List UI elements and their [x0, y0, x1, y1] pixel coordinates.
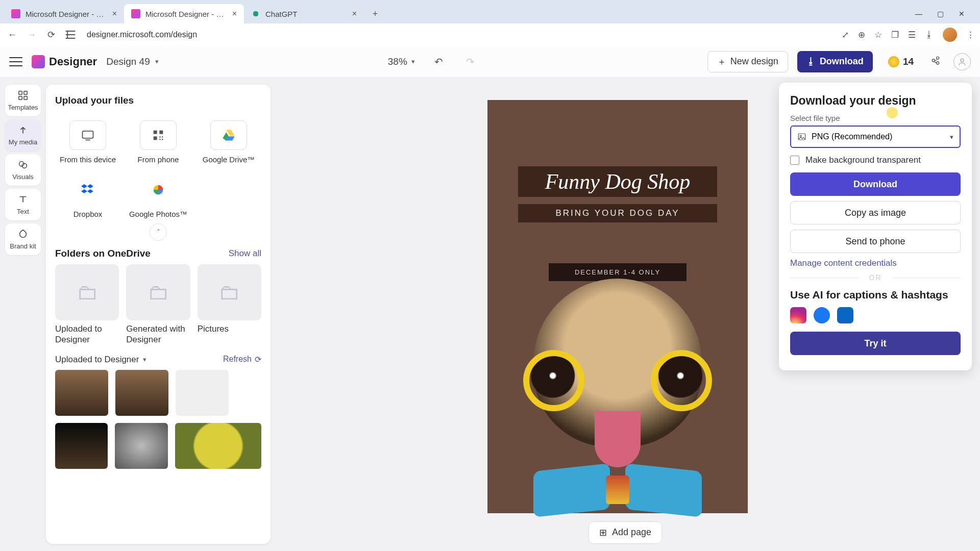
- install-app-icon[interactable]: ⤢: [842, 30, 849, 40]
- file-type-select[interactable]: PNG (Recommended) ▾: [790, 126, 961, 148]
- facebook-icon[interactable]: [814, 307, 830, 323]
- checkbox-icon: [790, 156, 799, 165]
- folders-heading: Folders on OneDrive: [55, 248, 151, 259]
- popover-download-button[interactable]: Download: [790, 172, 961, 196]
- new-tab-button[interactable]: +: [367, 6, 383, 22]
- left-rail: Templates My media Visuals Text Brand ki…: [0, 78, 46, 551]
- minimize-icon[interactable]: ―: [914, 10, 924, 18]
- canvas-title[interactable]: Funny Dog Shop: [518, 166, 717, 197]
- transparent-label: Make background transparent: [805, 155, 921, 165]
- hamburger-menu[interactable]: [9, 57, 22, 66]
- folder-tile[interactable]: 🗀 Generated with Designer: [126, 264, 190, 345]
- refresh-button[interactable]: Refresh ⟳: [223, 355, 261, 364]
- credits-value: 14: [903, 56, 914, 67]
- app-logo-text: Designer: [49, 55, 97, 68]
- browser-tab-active[interactable]: Microsoft Designer - Stunning ×: [124, 4, 244, 23]
- folder-tile[interactable]: 🗀 Pictures: [198, 264, 261, 345]
- chevron-down-icon[interactable]: ▾: [143, 356, 146, 363]
- folder-icon: 🗀: [126, 264, 190, 320]
- kebab-menu-icon[interactable]: ⋮: [966, 30, 975, 40]
- add-page-label: Add page: [612, 527, 651, 538]
- canvas-pug-image[interactable]: [508, 279, 727, 513]
- subfolder-name[interactable]: Uploaded to Designer: [55, 355, 139, 365]
- send-to-phone-button[interactable]: Send to phone: [790, 230, 961, 253]
- media-thumbnail[interactable]: [115, 370, 168, 416]
- close-window-icon[interactable]: ✕: [957, 10, 967, 18]
- upload-heading: Upload your files: [55, 95, 261, 106]
- upload-from-device[interactable]: From this device: [55, 114, 120, 164]
- upload-dropbox[interactable]: Dropbox: [55, 169, 120, 218]
- downloads-icon[interactable]: ⭳: [925, 30, 934, 40]
- linkedin-icon[interactable]: [837, 307, 853, 323]
- upload-source-label: Google Drive™: [203, 155, 255, 164]
- app-bar: Designer Design 49 ▾ 38% ▾ ↶ ↷ ＋ New des…: [0, 46, 980, 78]
- plus-icon: ＋: [717, 56, 726, 68]
- site-info-icon[interactable]: [63, 28, 78, 42]
- media-thumbnail[interactable]: [175, 423, 261, 469]
- window-controls: ― ▢ ✕: [914, 10, 976, 18]
- share-icon[interactable]: [927, 53, 944, 70]
- chevron-down-icon: ▾: [950, 133, 953, 141]
- close-icon[interactable]: ×: [352, 9, 357, 18]
- undo-icon[interactable]: ↶: [431, 54, 447, 69]
- designer-favicon: [11, 9, 20, 18]
- collapse-uploads-button[interactable]: ˄: [150, 223, 167, 241]
- download-button[interactable]: ⭳ Download: [797, 51, 873, 72]
- maximize-icon[interactable]: ▢: [935, 10, 945, 18]
- media-thumbnail[interactable]: [55, 370, 108, 416]
- rail-my-media[interactable]: My media: [5, 119, 41, 151]
- upload-from-phone[interactable]: From phone: [126, 114, 191, 164]
- copy-as-image-button[interactable]: Copy as image: [790, 201, 961, 224]
- new-design-label: New design: [730, 56, 778, 67]
- app-logo[interactable]: Designer: [32, 55, 97, 68]
- rail-label: Templates: [8, 104, 38, 111]
- media-thumbnail[interactable]: [115, 423, 167, 469]
- manage-credentials-link[interactable]: Manage content credentials: [790, 258, 961, 268]
- reading-list-icon[interactable]: ☰: [908, 30, 916, 40]
- bookmark-icon[interactable]: ☆: [874, 30, 882, 40]
- folder-label: Pictures: [198, 323, 261, 334]
- svg-point-0: [961, 59, 964, 62]
- upload-google-drive[interactable]: Google Drive™: [196, 114, 261, 164]
- design-name-dropdown[interactable]: Design 49 ▾: [106, 56, 159, 67]
- credits-counter[interactable]: 14: [888, 56, 914, 67]
- show-all-link[interactable]: Show all: [229, 248, 261, 259]
- design-canvas[interactable]: Funny Dog Shop BRING YOUR DOG DAY DECEMB…: [487, 100, 748, 513]
- media-thumbnail[interactable]: [176, 370, 229, 416]
- folder-label: Generated with Designer: [126, 323, 190, 345]
- folder-tile[interactable]: 🗀 Uploaded to Designer: [55, 264, 119, 345]
- close-icon[interactable]: ×: [232, 9, 237, 18]
- transparent-bg-checkbox[interactable]: Make background transparent: [790, 155, 961, 165]
- browser-tab[interactable]: ChatGPT ×: [244, 4, 364, 23]
- rail-brand-kit[interactable]: Brand kit: [5, 223, 41, 255]
- forward-icon: →: [24, 28, 39, 42]
- instagram-icon[interactable]: [790, 307, 806, 323]
- media-thumbnail[interactable]: [55, 423, 108, 469]
- back-icon[interactable]: ←: [5, 28, 19, 42]
- extensions-icon[interactable]: ❐: [891, 30, 899, 40]
- close-icon[interactable]: ×: [112, 9, 117, 18]
- refresh-icon: ⟳: [255, 355, 261, 364]
- upload-google-photos[interactable]: Google Photos™: [126, 169, 191, 218]
- profile-avatar[interactable]: [943, 28, 957, 42]
- svg-rect-1: [19, 91, 22, 94]
- zoom-icon[interactable]: ⊕: [858, 30, 865, 40]
- reload-icon[interactable]: ⟳: [44, 28, 58, 42]
- rail-text[interactable]: Text: [5, 189, 41, 220]
- browser-url-bar: ← → ⟳ designer.microsoft.com/design ⤢ ⊕ …: [0, 23, 980, 46]
- svg-rect-13: [159, 139, 160, 140]
- canvas-subtitle[interactable]: BRING YOUR DOG DAY: [518, 204, 717, 222]
- try-it-button[interactable]: Try it: [790, 332, 961, 355]
- add-page-button[interactable]: ⊞ Add page: [589, 521, 662, 544]
- svg-rect-12: [162, 136, 163, 137]
- chatgpt-favicon: [251, 9, 260, 18]
- url-input[interactable]: designer.microsoft.com/design: [83, 30, 837, 39]
- browser-tab[interactable]: Microsoft Designer - Stunning ×: [4, 4, 124, 23]
- zoom-dropdown[interactable]: 38% ▾: [388, 56, 415, 67]
- image-icon: [797, 132, 806, 141]
- new-design-button[interactable]: ＋ New design: [707, 51, 788, 72]
- rail-templates[interactable]: Templates: [5, 85, 41, 116]
- rail-visuals[interactable]: Visuals: [5, 154, 41, 186]
- account-avatar[interactable]: [953, 53, 971, 70]
- media-panel: Upload your files From this device From …: [46, 85, 271, 544]
